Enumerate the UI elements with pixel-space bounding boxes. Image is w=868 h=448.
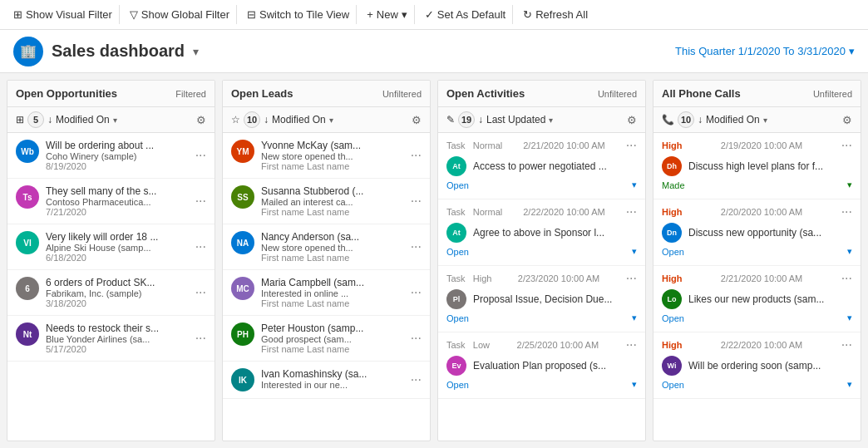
opp-item-6[interactable]: 6 6 orders of Product SK... Fabrikam, In… xyxy=(7,270,215,316)
lead-item-na[interactable]: NA Nancy Anderson (sa... New store opene… xyxy=(223,224,430,270)
call-status-1: Made ▾ xyxy=(662,176,852,194)
call-expand-icon-3[interactable]: ▾ xyxy=(847,313,852,323)
lead-more-4[interactable]: ··· xyxy=(411,285,422,300)
opp-date-2: 7/21/2020 xyxy=(46,207,189,217)
act-expand-icon-3[interactable]: ▾ xyxy=(632,313,637,323)
lead-content-mc: Maria Campbell (sam... Interested in onl… xyxy=(261,277,404,308)
lead-note-5: Good prospect (sam... xyxy=(261,334,404,344)
switch-tile-view-button[interactable]: ⊟ Switch to Tile View xyxy=(240,5,357,24)
call-expand-icon-1[interactable]: ▾ xyxy=(847,180,852,190)
act-expand-icon-4[interactable]: ▾ xyxy=(632,379,637,390)
activities-chevron-icon[interactable]: ▾ xyxy=(549,116,553,125)
logo-icon: 🏢 xyxy=(20,43,37,59)
lead-item-ss[interactable]: SS Susanna Stubberod (... Mailed an inte… xyxy=(223,179,430,224)
opp-content-6: 6 orders of Product SK... Fabrikam, Inc.… xyxy=(46,277,189,308)
avatar-vi: VI xyxy=(16,231,39,254)
opp-date-5: 5/17/2020 xyxy=(46,344,189,354)
opp-item-ts[interactable]: Ts They sell many of the s... Contoso Ph… xyxy=(7,179,215,224)
avatar-6: 6 xyxy=(16,277,39,300)
lead-item-ik[interactable]: IK Ivan Komashinsky (sa... Interested in… xyxy=(223,362,430,399)
act-row-4: Ev Evaluation Plan proposed (s... xyxy=(446,356,637,376)
leads-sort-chevron-icon[interactable]: ▾ xyxy=(329,116,333,125)
opp-item-wb[interactable]: Wb Will be ordering about ... Coho Winer… xyxy=(7,133,215,179)
call-item-3[interactable]: High 2/21/2020 10:00 AM ··· Lo Likes our… xyxy=(653,266,861,332)
calls-sort-down-icon[interactable]: ↓ xyxy=(698,114,703,126)
call-expand-icon-4[interactable]: ▾ xyxy=(847,379,852,390)
lead-item-mc[interactable]: MC Maria Campbell (sam... Interested in … xyxy=(223,270,430,316)
lead-more-5[interactable]: ··· xyxy=(411,331,422,346)
lead-more-1[interactable]: ··· xyxy=(411,148,422,163)
opp-item-vi[interactable]: VI Very likely will order 18 ... Alpine … xyxy=(7,224,215,270)
more-options-icon-2[interactable]: ··· xyxy=(195,194,206,209)
lead-item-ph[interactable]: PH Peter Houston (samp... Good prospect … xyxy=(223,316,430,362)
lead-more-2[interactable]: ··· xyxy=(411,194,422,209)
act-more-4[interactable]: ··· xyxy=(626,337,637,352)
call-more-4[interactable]: ··· xyxy=(841,337,852,352)
show-global-filter-button[interactable]: ▽ Show Global Filter xyxy=(123,5,237,24)
new-button[interactable]: + New ▾ xyxy=(360,5,415,24)
lead-more-6[interactable]: ··· xyxy=(411,372,422,387)
activities-settings-icon[interactable]: ⚙ xyxy=(627,114,637,126)
act-expand-icon-1[interactable]: ▾ xyxy=(632,180,637,190)
activity-item-3[interactable]: Task High 2/23/2020 10:00 AM ··· Pl Prop… xyxy=(438,266,645,332)
opportunities-header: Open Opportunities Filtered xyxy=(7,81,215,107)
lead-sub-3: First name Last name xyxy=(261,253,404,263)
act-more-2[interactable]: ··· xyxy=(626,204,637,219)
activity-item-2[interactable]: Task Normal 2/22/2020 10:00 AM ··· At Ag… xyxy=(438,199,645,266)
refresh-all-button[interactable]: ↻ Refresh All xyxy=(516,5,594,24)
calls-settings-icon[interactable]: ⚙ xyxy=(842,114,852,126)
call-item-4[interactable]: High 2/22/2020 10:00 AM ··· Wi Will be o… xyxy=(653,332,861,399)
more-options-icon-4[interactable]: ··· xyxy=(195,285,206,300)
opp-company-4: Fabrikam, Inc. (sample) xyxy=(46,288,189,298)
activities-sort-down-icon[interactable]: ↓ xyxy=(478,114,483,126)
act-more-3[interactable]: ··· xyxy=(626,271,637,286)
act-avatar-4: Ev xyxy=(446,356,466,376)
opp-title-2: They sell many of the s... xyxy=(46,185,189,197)
more-options-icon-5[interactable]: ··· xyxy=(195,331,206,346)
header-bar: 🏢 Sales dashboard ▾ This Quarter 1/1/202… xyxy=(0,30,868,73)
activity-item-1[interactable]: Task Normal 2/21/2020 10:00 AM ··· At Ac… xyxy=(438,133,645,199)
more-options-icon-3[interactable]: ··· xyxy=(195,239,206,254)
lead-sub-2: First name Last name xyxy=(261,207,404,217)
open-leads-column: Open Leads Unfiltered ☆ 10 ↓ Modified On… xyxy=(222,80,431,441)
avatar-ik: IK xyxy=(231,368,254,391)
app-logo: 🏢 xyxy=(13,37,43,66)
call-item-2[interactable]: High 2/20/2020 10:00 AM ··· Dn Discuss n… xyxy=(653,199,861,266)
show-visual-filter-button[interactable]: ⊞ Show Visual Filter xyxy=(7,5,120,24)
activity-item-4[interactable]: Task Low 2/25/2020 10:00 AM ··· Ev Evalu… xyxy=(438,332,645,399)
call-date-4: 2/22/2020 10:00 AM xyxy=(721,340,802,350)
calls-list: High 2/19/2020 10:00 AM ··· Dh Discuss h… xyxy=(653,133,861,441)
call-status-4: Open ▾ xyxy=(662,376,852,393)
lead-item-ym[interactable]: YM Yvonne McKay (sam... New store opened… xyxy=(223,133,430,179)
call-header-3: High 2/21/2020 10:00 AM ··· xyxy=(662,271,852,286)
leads-sort-down-icon[interactable]: ↓ xyxy=(264,114,269,126)
more-options-icon[interactable]: ··· xyxy=(195,148,206,163)
call-expand-icon-2[interactable]: ▾ xyxy=(847,246,852,257)
lead-more-3[interactable]: ··· xyxy=(411,239,422,254)
call-more-2[interactable]: ··· xyxy=(841,204,852,219)
activities-subheader: ✎ 19 ↓ Last Updated ▾ ⚙ xyxy=(438,107,645,133)
opp-company-2: Contoso Pharmaceutica... xyxy=(46,197,189,207)
act-expand-icon-2[interactable]: ▾ xyxy=(632,246,637,257)
call-avatar-4: Wi xyxy=(662,356,682,376)
lead-content-ik: Ivan Komashinsky (sa... Interested in ou… xyxy=(261,368,404,390)
opportunities-settings-icon[interactable]: ⚙ xyxy=(196,114,206,126)
calls-sort-chevron-icon[interactable]: ▾ xyxy=(763,116,767,125)
sort-chevron-icon[interactable]: ▾ xyxy=(113,116,117,125)
call-more-3[interactable]: ··· xyxy=(841,271,852,286)
header-chevron-icon[interactable]: ▾ xyxy=(193,45,199,58)
act-more-1[interactable]: ··· xyxy=(626,138,637,153)
avatar-wb: Wb xyxy=(16,140,39,163)
opp-item-nt[interactable]: Nt Needs to restock their s... Blue Yond… xyxy=(7,316,215,362)
act-datetime-3: 2/23/2020 10:00 AM xyxy=(518,273,599,283)
sort-down-icon[interactable]: ↓ xyxy=(47,114,52,126)
call-title-3: Likes our new products (sam... xyxy=(688,293,852,305)
set-as-default-button[interactable]: ✓ Set As Default xyxy=(418,5,513,24)
date-range[interactable]: This Quarter 1/1/2020 To 3/31/2020 ▾ xyxy=(675,45,855,57)
call-item-1[interactable]: High 2/19/2020 10:00 AM ··· Dh Discuss h… xyxy=(653,133,861,199)
act-status-3: Open ▾ xyxy=(446,309,637,327)
call-more-1[interactable]: ··· xyxy=(841,138,852,153)
leads-settings-icon[interactable]: ⚙ xyxy=(412,114,422,126)
activities-header: Open Activities Unfiltered xyxy=(438,81,645,107)
opp-title-1: Will be ordering about ... xyxy=(46,140,189,151)
